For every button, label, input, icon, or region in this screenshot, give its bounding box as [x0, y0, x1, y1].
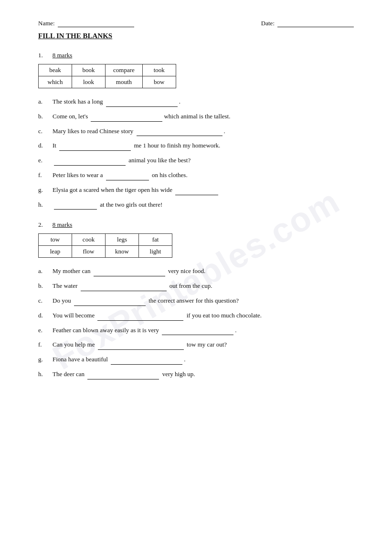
answer-blank[interactable]: [137, 129, 222, 136]
q-text: Peter likes to wear a on his clothes.: [53, 170, 354, 180]
name-label: Name:: [38, 20, 55, 27]
section2-marks: 8 marks: [53, 221, 73, 229]
word-cell: know: [106, 246, 139, 258]
word-cell: bow: [142, 76, 176, 88]
q-text: at the two girls out there!: [53, 200, 354, 210]
word-cell: mouth: [106, 76, 143, 88]
q-text: You will become if you eat too much choc…: [53, 311, 354, 321]
q-label: a.: [38, 97, 53, 107]
q-text: The deer can very high up.: [53, 369, 354, 379]
word-cell: fat: [139, 234, 172, 246]
q-text: The stork has a long .: [53, 97, 354, 107]
answer-blank[interactable]: [106, 100, 178, 107]
word-cell: which: [39, 76, 72, 88]
q-text: Can you help me tow my car out?: [53, 340, 354, 350]
answer-blank[interactable]: [74, 299, 146, 306]
answer-blank[interactable]: [81, 284, 167, 291]
q-label: d.: [38, 311, 53, 321]
section2-word-table: tow cook legs fat leap flow know light: [38, 233, 172, 258]
question-1g: g. Elysia got a scared when the tiger op…: [38, 185, 354, 195]
q-text: Fiona have a beautiful .: [53, 355, 354, 365]
q-label: g.: [38, 185, 53, 195]
section1-questions: a. The stork has a long . b. Come on, le…: [38, 97, 354, 210]
word-cell: compare: [106, 64, 143, 76]
q-label: f.: [38, 170, 53, 180]
answer-blank[interactable]: [59, 144, 131, 151]
section2-num: 2.: [38, 221, 43, 229]
question-1d: d. It me 1 hour to finish my homework.: [38, 141, 354, 151]
q-text: Mary likes to read Chinese story .: [53, 126, 354, 137]
answer-blank[interactable]: [94, 270, 165, 276]
answer-blank[interactable]: [162, 328, 233, 335]
answer-blank[interactable]: [87, 373, 159, 379]
q-label: h.: [38, 369, 53, 379]
answer-blank[interactable]: [106, 174, 149, 180]
page-title: FILL IN THE BLANKS: [38, 32, 354, 40]
answer-blank[interactable]: [54, 159, 126, 166]
question-2f: f. Can you help me tow my car out?: [38, 340, 354, 350]
q-label: e.: [38, 326, 53, 336]
q-label: d.: [38, 141, 53, 151]
q-text: Feather can blown away easily as it is v…: [53, 326, 354, 336]
word-cell: beak: [39, 64, 72, 76]
name-line: [58, 19, 134, 27]
q-text: Do you the correct answer for this quest…: [53, 296, 354, 306]
question-2a: a. My mother can very nice food.: [38, 266, 354, 276]
q-text: Elysia got a scared when the tiger open …: [53, 185, 354, 195]
word-cell: flow: [72, 246, 106, 258]
q-text: animal you like the best?: [53, 156, 354, 166]
question-2b: b. The water out from the cup.: [38, 281, 354, 291]
q-text: It me 1 hour to finish my homework.: [53, 141, 354, 151]
q-label: g.: [38, 355, 53, 365]
date-line: [277, 19, 354, 27]
header-row: Name: Date:: [38, 19, 354, 27]
question-2e: e. Feather can blown away easily as it i…: [38, 326, 354, 336]
date-label: Date:: [261, 20, 275, 27]
question-2h: h. The deer can very high up.: [38, 369, 354, 379]
answer-blank[interactable]: [91, 115, 162, 122]
q-label: h.: [38, 200, 53, 210]
q-label: b.: [38, 281, 53, 291]
question-2g: g. Fiona have a beautiful .: [38, 355, 354, 365]
question-1e: e. animal you like the best?: [38, 156, 354, 166]
q-label: a.: [38, 266, 53, 276]
q-label: e.: [38, 156, 53, 166]
question-1a: a. The stork has a long .: [38, 97, 354, 107]
name-field: Name:: [38, 19, 134, 27]
q-label: b.: [38, 112, 53, 122]
section1-marks: 8 marks: [53, 52, 73, 59]
section1-word-table: beak book compare took which look mouth …: [38, 64, 176, 88]
section2-questions: a. My mother can very nice food. b. The …: [38, 266, 354, 379]
word-cell: light: [139, 246, 172, 258]
section1-header: 1. 8 marks: [38, 52, 354, 59]
word-cell: book: [72, 64, 106, 76]
answer-blank[interactable]: [175, 189, 218, 195]
word-cell: look: [72, 76, 106, 88]
word-cell: legs: [106, 234, 139, 246]
word-cell: tow: [39, 234, 72, 246]
section2: 2. 8 marks tow cook legs fat leap flow k…: [38, 221, 354, 379]
question-1h: h. at the two girls out there!: [38, 200, 354, 210]
question-2d: d. You will become if you eat too much c…: [38, 311, 354, 321]
q-text: The water out from the cup.: [53, 281, 354, 291]
question-1f: f. Peter likes to wear a on his clothes.: [38, 170, 354, 180]
q-label: c.: [38, 126, 53, 137]
q-label: f.: [38, 340, 53, 350]
word-cell: took: [142, 64, 176, 76]
question-1b: b. Come on, let's which animal is the ta…: [38, 112, 354, 122]
answer-blank[interactable]: [111, 358, 182, 365]
q-text: Come on, let's which animal is the talle…: [53, 112, 354, 122]
answer-blank[interactable]: [98, 343, 184, 350]
answer-blank[interactable]: [97, 314, 183, 321]
section1: 1. 8 marks beak book compare took which …: [38, 52, 354, 210]
section1-num: 1.: [38, 52, 43, 59]
word-cell: cook: [72, 234, 106, 246]
section2-header: 2. 8 marks: [38, 221, 354, 229]
answer-blank[interactable]: [54, 203, 97, 210]
q-text: My mother can very nice food.: [53, 266, 354, 276]
word-cell: leap: [39, 246, 72, 258]
question-1c: c. Mary likes to read Chinese story .: [38, 126, 354, 137]
q-label: c.: [38, 296, 53, 306]
date-field: Date:: [261, 19, 354, 27]
question-2c: c. Do you the correct answer for this qu…: [38, 296, 354, 306]
